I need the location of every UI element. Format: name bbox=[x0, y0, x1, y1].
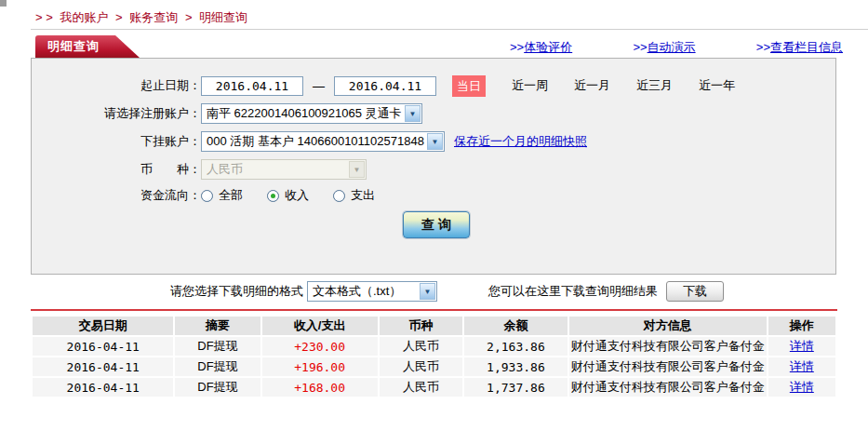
cell-counterparty: 财付通支付科技有限公司客户备付金 bbox=[569, 378, 767, 397]
cell-date: 2016-04-11 bbox=[33, 337, 173, 356]
sub-account-row: 下挂账户： 000 活期 基本户 1406600101102571848 ▼ 保… bbox=[32, 130, 835, 153]
link-prefix: >> bbox=[756, 40, 770, 54]
breadcrumb-separator: > bbox=[185, 10, 193, 24]
cell-summary: DF提现 bbox=[175, 357, 260, 376]
link-prefix: >> bbox=[633, 40, 647, 54]
quick-range-today-button[interactable]: 当日 bbox=[452, 75, 486, 97]
quick-range-year-button[interactable]: 近一年 bbox=[699, 77, 735, 94]
cell-summary: DF提现 bbox=[175, 378, 260, 397]
quick-range-week-button[interactable]: 近一周 bbox=[512, 77, 548, 94]
table-row: 2016-04-11 DF提现 +196.00 人民币 1,933.86 财付通… bbox=[33, 357, 835, 376]
cell-summary: DF提现 bbox=[175, 337, 260, 356]
cell-balance: 1,737.86 bbox=[464, 378, 568, 397]
fund-flow-expense-radio[interactable]: 支出 bbox=[333, 187, 375, 204]
sub-account-value: 000 活期 基本户 1406600101102571848 bbox=[207, 133, 424, 150]
cell-currency: 人民币 bbox=[380, 357, 462, 376]
link-prefix: >> bbox=[510, 40, 524, 54]
breadcrumb-prefix: > > bbox=[35, 10, 53, 24]
col-header-amount: 收入/支出 bbox=[262, 317, 378, 335]
cell-counterparty: 财付通支付科技有限公司客户备付金 bbox=[569, 337, 767, 356]
start-date-input[interactable] bbox=[201, 76, 303, 96]
quick-range-3month-button[interactable]: 近三月 bbox=[636, 77, 673, 94]
experience-rating-link[interactable]: >>体验评价 bbox=[510, 39, 572, 56]
date-range-row: 起止日期： — 当日 近一周 近一月 近三月 近一年 bbox=[32, 74, 835, 97]
register-account-row: 请选择注册账户： 南平 6222001406100921065 灵通卡 ▼ bbox=[32, 102, 835, 125]
breadcrumb-separator: > bbox=[115, 10, 123, 24]
table-row: 2016-04-11 DF提现 +230.00 人民币 2,163.86 财付通… bbox=[33, 337, 835, 356]
query-form-panel: 起止日期： — 当日 近一周 近一月 近三月 近一年 请选择注册账户： 南平 6… bbox=[31, 58, 836, 275]
quick-range-month-button[interactable]: 近一月 bbox=[574, 77, 610, 94]
fund-flow-all-label: 全部 bbox=[219, 187, 243, 204]
fund-flow-all-radio[interactable]: 全部 bbox=[201, 187, 243, 204]
save-snapshot-link[interactable]: 保存近一个月的明细快照 bbox=[454, 133, 587, 150]
col-header-date: 交易日期 bbox=[33, 317, 173, 335]
download-format-value: 文本格式（.txt） bbox=[313, 283, 401, 300]
download-row: 请您选择下载明细的格式 文本格式（.txt） ▼ 您可以在这里下载查询明细结果 … bbox=[31, 280, 837, 303]
transaction-table: 交易日期 摘要 收入/支出 币种 余额 对方信息 操作 2016-04-11 D… bbox=[31, 315, 837, 398]
download-hint-text: 您可以在这里下载查询明细结果 bbox=[488, 283, 658, 300]
header-links: >>体验评价 >>自动演示 >>查看栏目信息 bbox=[510, 39, 843, 56]
section-divider-red bbox=[31, 309, 837, 311]
breadcrumb-divider bbox=[31, 29, 868, 30]
date-range-dash: — bbox=[313, 79, 325, 93]
auto-demo-link[interactable]: >>自动演示 bbox=[633, 39, 695, 56]
detail-query-page: > > 我的账户 > 账务查询 > 明细查询 明细查询 >>体验评价 >>自动演… bbox=[0, 0, 868, 431]
cell-balance: 2,163.86 bbox=[464, 337, 568, 356]
currency-select: 人民币 ▼ bbox=[201, 159, 367, 180]
radio-icon[interactable] bbox=[333, 190, 345, 202]
fund-flow-expense-label: 支出 bbox=[351, 187, 375, 204]
fund-flow-label: 资金流向： bbox=[32, 187, 201, 204]
download-format-select[interactable]: 文本格式（.txt） ▼ bbox=[307, 281, 437, 302]
cell-currency: 人民币 bbox=[380, 337, 462, 356]
chevron-down-icon: ▼ bbox=[427, 133, 443, 150]
download-button[interactable]: 下载 bbox=[666, 281, 724, 302]
cell-amount: +196.00 bbox=[262, 357, 378, 376]
col-header-currency: 币种 bbox=[380, 317, 462, 335]
cell-date: 2016-04-11 bbox=[33, 378, 173, 397]
query-button[interactable]: 查 询 bbox=[403, 211, 470, 238]
detail-link[interactable]: 详情 bbox=[790, 359, 814, 373]
register-account-select[interactable]: 南平 6222001406100921065 灵通卡 ▼ bbox=[201, 103, 422, 124]
detail-link[interactable]: 详情 bbox=[790, 339, 814, 353]
column-info-link[interactable]: >>查看栏目信息 bbox=[756, 39, 843, 56]
currency-value: 人民币 bbox=[207, 161, 243, 178]
chevron-down-icon: ▼ bbox=[405, 105, 421, 122]
register-account-label: 请选择注册账户： bbox=[32, 105, 201, 122]
fund-flow-income-radio[interactable]: 收入 bbox=[267, 187, 309, 204]
cell-amount: +230.00 bbox=[262, 337, 378, 356]
breadcrumb-item-my-account[interactable]: 我的账户 bbox=[60, 10, 108, 24]
table-header-row: 交易日期 摘要 收入/支出 币种 余额 对方信息 操作 bbox=[33, 317, 835, 335]
window-corner-artifact bbox=[0, 0, 7, 7]
page-title-tab: 明细查询 bbox=[35, 35, 140, 58]
cell-balance: 1,933.86 bbox=[464, 357, 568, 376]
col-header-counterparty: 对方信息 bbox=[569, 317, 767, 335]
fund-flow-income-label: 收入 bbox=[285, 187, 309, 204]
cell-date: 2016-04-11 bbox=[33, 357, 173, 376]
download-format-label: 请您选择下载明细的格式 bbox=[170, 283, 303, 300]
chevron-down-icon: ▼ bbox=[420, 283, 435, 300]
col-header-summary: 摘要 bbox=[175, 317, 260, 335]
breadcrumb-item-account-query[interactable]: 账务查询 bbox=[129, 10, 178, 24]
col-header-action: 操作 bbox=[768, 317, 835, 335]
cell-amount: +168.00 bbox=[262, 378, 378, 397]
radio-icon[interactable] bbox=[201, 190, 213, 202]
sub-account-label: 下挂账户： bbox=[32, 133, 201, 150]
end-date-input[interactable] bbox=[334, 76, 436, 96]
register-account-value: 南平 6222001406100921065 灵通卡 bbox=[207, 105, 402, 122]
sub-account-select[interactable]: 000 活期 基本户 1406600101102571848 ▼ bbox=[201, 131, 445, 152]
cell-counterparty: 财付通支付科技有限公司客户备付金 bbox=[569, 357, 767, 376]
breadcrumb: > > 我的账户 > 账务查询 > 明细查询 bbox=[35, 9, 251, 26]
currency-row: 币 种： 人民币 ▼ bbox=[32, 158, 835, 181]
currency-label: 币 种： bbox=[32, 161, 201, 178]
cell-currency: 人民币 bbox=[380, 378, 462, 397]
detail-link[interactable]: 详情 bbox=[790, 380, 814, 394]
date-range-label: 起止日期： bbox=[32, 77, 201, 94]
chevron-down-icon: ▼ bbox=[349, 161, 365, 178]
breadcrumb-item-detail-query[interactable]: 明细查询 bbox=[199, 10, 247, 24]
col-header-balance: 余额 bbox=[464, 317, 568, 335]
table-row: 2016-04-11 DF提现 +168.00 人民币 1,737.86 财付通… bbox=[33, 378, 835, 397]
fund-flow-row: 资金流向： 全部 收入 支出 bbox=[32, 184, 835, 207]
radio-icon[interactable] bbox=[267, 190, 279, 202]
